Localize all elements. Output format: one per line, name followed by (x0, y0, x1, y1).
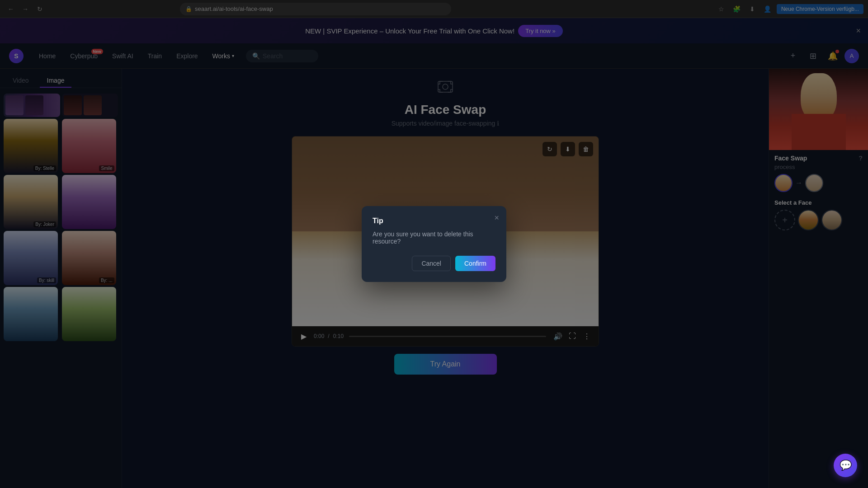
tip-dialog: Tip × Are you sure you want to delete th… (362, 206, 506, 282)
modal-actions: Cancel Confirm (373, 256, 495, 271)
confirm-button[interactable]: Confirm (455, 256, 495, 271)
chat-icon: 💬 (840, 460, 852, 471)
cancel-button[interactable]: Cancel (412, 256, 451, 271)
modal-overlay: Tip × Are you sure you want to delete th… (0, 0, 868, 488)
chat-widget: 💬 (834, 454, 857, 477)
modal-title: Tip (373, 217, 495, 225)
chat-button[interactable]: 💬 (834, 454, 857, 477)
modal-close-button[interactable]: × (494, 213, 499, 223)
modal-body: Are you sure you want to delete this res… (373, 230, 495, 245)
